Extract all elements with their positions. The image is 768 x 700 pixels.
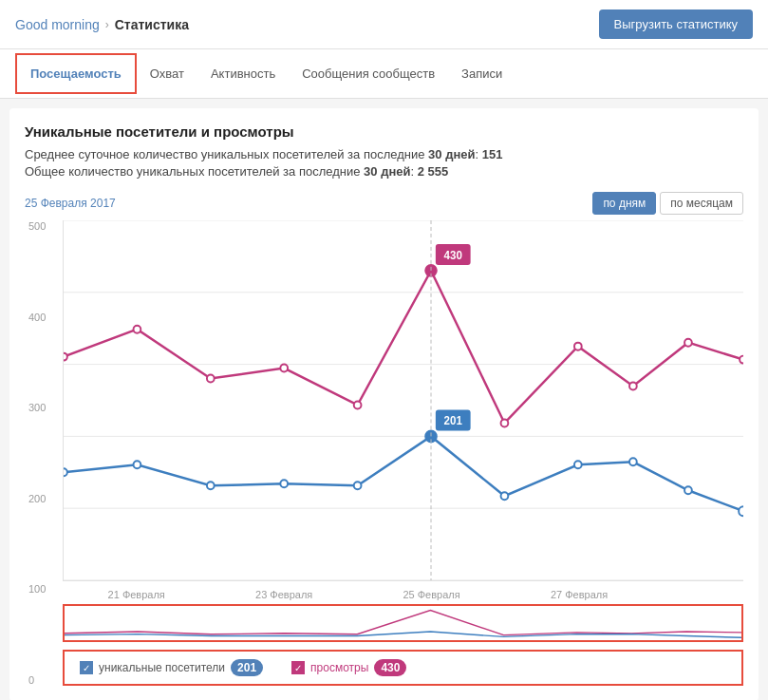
mini-chart [63,604,743,642]
svg-point-16 [740,356,743,364]
svg-point-25 [501,492,509,500]
chart-wrapper: 500 400 300 200 100 0 [63,220,743,686]
svg-point-14 [629,383,637,390]
chart-svg: 430 [64,220,743,580]
svg-point-20 [134,461,141,468]
tab-community[interactable]: Сообщения сообществ [289,55,448,92]
breadcrumb-home[interactable]: Good morning [15,17,100,32]
legend-item-views: ✓ просмотры 430 [291,659,406,676]
svg-point-13 [574,343,582,350]
svg-point-21 [207,482,215,489]
section-title: Уникальные посетители и просмотры [25,123,743,140]
tab-traffic[interactable]: Посещаемость [15,53,137,94]
view-by-day-button[interactable]: по дням [592,192,656,215]
svg-point-23 [354,482,362,489]
legend-item-visitors: ✓ уникальные посетители 201 [80,659,263,676]
svg-point-15 [684,339,692,347]
legend-checkbox-visitors[interactable]: ✓ [80,661,93,674]
view-by-month-button[interactable]: по месяцам [660,192,743,215]
stat-line-2: Общее количество уникальных посетителей … [25,164,743,179]
legend-value-visitors: 201 [231,659,263,676]
y-axis-labels: 500 400 300 200 100 0 [28,220,46,686]
svg-text:430: 430 [444,249,463,261]
main-chart: 430 [63,220,743,581]
chart-date-label: 25 Февраля 2017 [25,197,116,210]
svg-point-27 [629,458,637,465]
svg-point-29 [739,506,743,516]
tab-activity[interactable]: Активность [197,55,289,92]
legend-checkbox-views[interactable]: ✓ [291,661,305,674]
svg-point-28 [684,486,692,494]
mini-chart-svg [65,606,741,640]
tabs-bar: Посещаемость Охват Активность Сообщения … [0,49,768,99]
legend-label-visitors: уникальные посетители [99,661,225,674]
legend-value-views: 430 [374,659,406,676]
tab-posts[interactable]: Записи [448,55,515,92]
x-axis-labels: 21 Февраля 23 Февраля 25 Февраля 27 Февр… [63,585,743,604]
main-content: Уникальные посетители и просмотры Средне… [9,108,759,700]
legend-row: ✓ уникальные посетители 201 ✓ просмотры … [63,650,743,686]
svg-point-19 [64,468,67,476]
chart-header: 25 Февраля 2017 по дням по месяцам [25,192,743,215]
legend-label-views: просмотры [310,661,368,674]
svg-point-12 [501,419,509,426]
svg-text:201: 201 [444,414,463,426]
tab-reach[interactable]: Охват [137,55,197,92]
breadcrumb: Good morning › Статистика [15,17,189,32]
svg-point-22 [280,480,288,487]
export-button[interactable]: Выгрузить статистику [599,9,753,39]
svg-point-10 [354,401,362,408]
stat-line-1: Среднее суточное количество уникальных п… [25,147,743,161]
pink-line [64,271,743,424]
page-header: Good morning › Статистика Выгрузить стат… [0,0,768,49]
blue-line [64,436,743,511]
breadcrumb-separator: › [105,18,109,31]
svg-point-9 [280,365,288,372]
svg-point-8 [207,375,215,383]
breadcrumb-current: Статистика [115,17,189,32]
svg-point-26 [574,461,582,468]
svg-point-6 [64,353,67,361]
view-toggle: по дням по месяцам [592,192,743,215]
svg-point-7 [134,326,141,333]
